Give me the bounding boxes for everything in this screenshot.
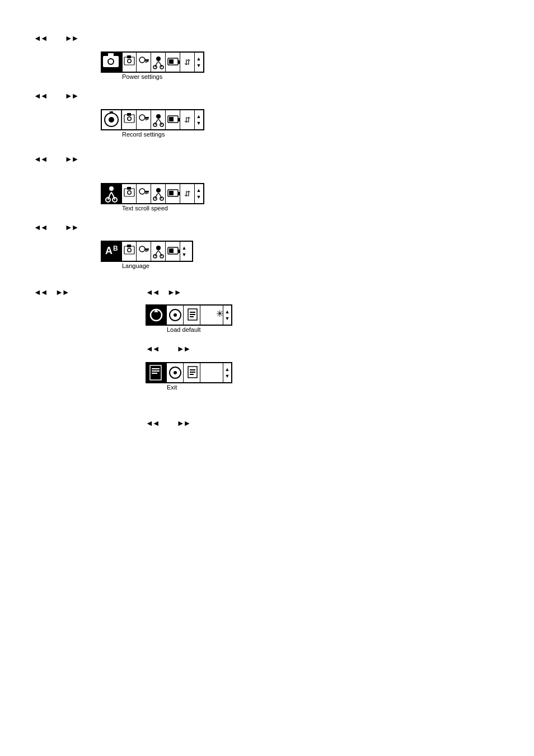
- svg-rect-50: [144, 117, 149, 118]
- svg-rect-16: [144, 59, 149, 60]
- exit-arrows: ◄◄ ►►: [146, 344, 534, 353]
- exit-nav-left[interactable]: ◄◄: [146, 344, 159, 353]
- svg-rect-28: [169, 59, 174, 64]
- svg-point-71: [109, 186, 114, 191]
- svg-text:A: A: [105, 245, 113, 256]
- svg-text:⇵: ⇵: [184, 58, 191, 67]
- bottom-nav-left[interactable]: ◄◄: [146, 419, 159, 428]
- power-settings-arrows: ◄◄ ►►: [34, 34, 534, 43]
- text-scroll-arrows: ◄◄ ►►: [34, 154, 534, 163]
- svg-rect-100: [195, 184, 203, 204]
- svg-rect-20: [165, 52, 166, 72]
- exit-nav-right[interactable]: ►►: [177, 344, 190, 353]
- svg-rect-62: [169, 117, 174, 121]
- scroll-nav-left[interactable]: ◄◄: [34, 154, 47, 163]
- svg-rect-74: [121, 184, 122, 204]
- svg-text:⇵: ⇵: [184, 189, 191, 198]
- svg-rect-27: [178, 60, 180, 64]
- svg-rect-138: [183, 305, 184, 325]
- exit-section: ◄◄ ►►: [34, 344, 534, 391]
- svg-rect-142: [200, 305, 200, 325]
- svg-text:▲: ▲: [225, 367, 230, 372]
- svg-rect-98: [194, 184, 195, 204]
- svg-point-46: [128, 118, 131, 120]
- svg-text:B: B: [113, 245, 118, 252]
- nav-description: ◄◄ ►► ◄◄ ►►: [34, 286, 534, 299]
- svg-text:▲: ▲: [182, 245, 187, 251]
- nav-desc-arrows-inner-left: ◄◄: [34, 288, 47, 297]
- svg-rect-14: [151, 52, 151, 72]
- power-settings-display: ⇵ ▲ ▼: [101, 51, 204, 73]
- svg-rect-17: [147, 60, 148, 62]
- language-section: ◄◄ ►► A B: [34, 223, 534, 269]
- svg-point-55: [156, 114, 161, 119]
- svg-rect-40: [121, 110, 122, 130]
- lang-nav-right[interactable]: ►►: [65, 223, 78, 232]
- lang-nav-left[interactable]: ◄◄: [34, 223, 47, 232]
- svg-rect-128: [178, 250, 180, 253]
- svg-text:⇵: ⇵: [184, 115, 191, 124]
- svg-point-38: [109, 117, 114, 123]
- record-settings-arrows: ◄◄ ►►: [34, 91, 534, 100]
- record-settings-label: Record settings: [122, 131, 534, 138]
- bottom-nav-right[interactable]: ►►: [177, 419, 190, 428]
- nav-desc-p1: ◄◄ ►► ◄◄ ►►: [34, 286, 534, 299]
- svg-rect-129: [169, 248, 174, 253]
- record-nav-right[interactable]: ►►: [65, 91, 78, 100]
- nav-desc-arrows-inner-right: ►►: [55, 288, 69, 297]
- text-scroll-display: ⇵ ▲ ▼: [101, 183, 204, 204]
- svg-rect-149: [223, 305, 223, 325]
- svg-rect-130: [180, 241, 189, 261]
- svg-text:✳: ✳: [216, 309, 223, 318]
- svg-point-163: [174, 371, 177, 374]
- svg-text:▼: ▼: [225, 316, 230, 321]
- svg-point-4: [109, 59, 113, 64]
- nav-desc-arrows-outer-left: ◄◄: [146, 288, 159, 297]
- svg-text:▲: ▲: [196, 56, 202, 62]
- svg-text:▼: ▼: [182, 252, 187, 257]
- exit-label: Exit: [167, 384, 534, 391]
- svg-rect-156: [152, 368, 160, 369]
- svg-rect-85: [147, 192, 148, 194]
- svg-rect-119: [146, 250, 147, 252]
- svg-rect-87: [151, 184, 166, 204]
- svg-rect-136: [166, 305, 167, 325]
- svg-point-21: [156, 57, 161, 61]
- record-nav-left[interactable]: ◄◄: [34, 91, 47, 100]
- svg-rect-82: [151, 184, 151, 204]
- svg-text:▼: ▼: [196, 63, 202, 68]
- svg-rect-134: [146, 305, 166, 325]
- svg-rect-48: [151, 110, 151, 130]
- power-settings-label: Power settings: [122, 73, 534, 80]
- power-nav-right[interactable]: ►►: [65, 34, 78, 43]
- svg-rect-19: [151, 52, 166, 72]
- nav-desc-arrows-outer-right: ►►: [167, 288, 181, 297]
- text-scroll-section: ◄◄ ►►: [34, 154, 534, 212]
- svg-rect-158: [152, 373, 157, 374]
- svg-rect-169: [190, 374, 194, 375]
- svg-point-113: [128, 249, 131, 252]
- power-settings-section: ◄◄ ►►: [34, 34, 534, 80]
- svg-text:▲: ▲: [196, 187, 202, 193]
- language-arrows: ◄◄ ►►: [34, 223, 534, 232]
- load-default-display: ✳ ▲ ▼: [146, 304, 232, 326]
- svg-rect-66: [195, 110, 203, 130]
- svg-text:▲: ▲: [196, 114, 202, 119]
- svg-rect-172: [223, 363, 232, 383]
- svg-rect-170: [200, 363, 223, 383]
- power-nav-left[interactable]: ◄◄: [34, 34, 47, 43]
- svg-rect-120: [151, 241, 166, 261]
- svg-point-122: [156, 246, 161, 250]
- svg-rect-53: [151, 110, 166, 130]
- record-settings-menu: ⇵ ▲ ▼ Record settings: [101, 109, 534, 138]
- svg-rect-146: [190, 316, 194, 317]
- svg-rect-121: [165, 241, 166, 261]
- svg-rect-165: [200, 363, 200, 383]
- svg-rect-109: [136, 241, 137, 261]
- exit-display: ▲ ▼: [146, 362, 232, 383]
- svg-rect-44: [127, 113, 131, 116]
- svg-rect-51: [147, 118, 148, 120]
- scroll-nav-right[interactable]: ►►: [65, 154, 78, 163]
- svg-point-89: [156, 188, 161, 192]
- svg-rect-30: [194, 52, 195, 72]
